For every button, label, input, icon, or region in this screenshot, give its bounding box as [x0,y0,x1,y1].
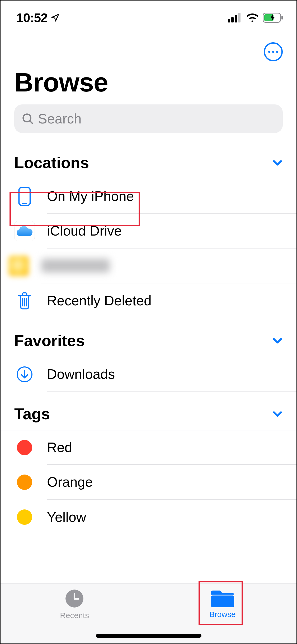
svg-line-8 [30,121,32,123]
svg-rect-6 [281,16,283,20]
svg-rect-0 [228,19,230,22]
status-bar: 10:52 [1,1,296,35]
svg-rect-3 [238,13,241,22]
status-time: 10:52 [16,11,48,25]
row-label: Red [47,439,72,455]
svg-rect-17 [211,596,234,607]
blurred-label [41,259,110,273]
tag-dot-icon [17,440,32,455]
chevron-down-icon [272,158,283,168]
location-recently-deleted[interactable]: Recently Deleted [1,283,296,318]
status-indicators [228,13,283,23]
ellipsis-icon [268,51,270,53]
favorite-downloads[interactable]: Downloads [1,357,296,392]
folder-icon [211,589,234,607]
search-icon [22,113,34,125]
chevron-down-icon [272,409,283,419]
status-time-area: 10:52 [16,11,60,25]
location-arrow-icon [51,13,60,22]
page-title: Browse [14,67,283,98]
row-label: Orange [47,474,93,490]
section-label: Tags [14,405,50,423]
section-label: Locations [14,154,89,172]
tag-dot-icon [17,509,32,525]
blurred-icon [8,256,29,276]
chevron-down-icon [272,335,283,346]
row-label: On My iPhone [47,188,134,204]
row-label: Yellow [47,509,86,525]
locations-header[interactable]: Locations [1,140,296,179]
cellular-signal-icon [228,13,242,22]
tag-orange[interactable]: Orange [1,465,296,500]
battery-charging-icon [263,13,283,23]
location-icloud-drive[interactable]: iCloud Drive [1,214,296,249]
svg-rect-2 [235,15,237,22]
search-field[interactable] [14,104,283,133]
search-input[interactable] [38,111,275,127]
row-label: Downloads [47,366,115,382]
clock-icon [65,589,84,608]
tag-dot-icon [17,475,32,490]
more-options-button[interactable] [264,42,283,61]
location-on-my-iphone[interactable]: On My iPhone [1,179,296,214]
download-circle-icon [14,364,35,385]
svg-rect-1 [231,17,234,22]
trash-icon [14,291,35,311]
iphone-icon [14,186,35,207]
section-label: Favorites [14,332,85,350]
favorites-header[interactable]: Favorites [1,318,296,357]
tab-label: Recents [60,611,89,620]
home-indicator[interactable] [96,634,201,638]
row-label: Recently Deleted [47,293,152,309]
tags-header[interactable]: Tags [1,392,296,430]
row-label: iCloud Drive [47,223,122,239]
location-blurred[interactable] [1,249,296,283]
wifi-icon [246,13,259,22]
cloud-icon [14,221,35,241]
svg-rect-9 [19,187,30,205]
tag-red[interactable]: Red [1,430,296,465]
tab-label: Browse [209,610,236,619]
tag-yellow[interactable]: Yellow [1,500,296,535]
